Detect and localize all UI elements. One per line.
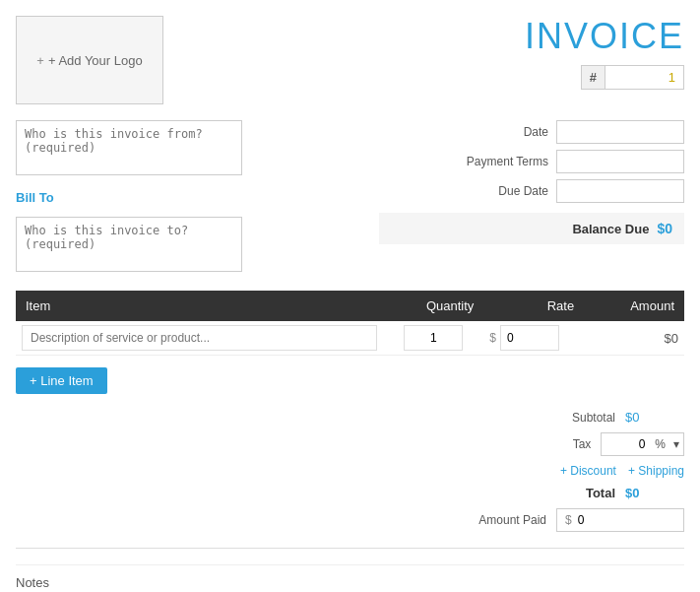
amount-paid-dollar-sign: $ [565,513,572,527]
from-input[interactable] [16,120,242,175]
discount-button[interactable]: + Discount [560,464,616,478]
total-value: $0 [625,486,684,500]
bill-to-label: Bill To [16,190,343,205]
tax-input-wrap[interactable]: % ▾ [601,432,684,456]
amount-paid-input[interactable] [578,513,657,527]
col-rate: Rate [483,291,584,321]
amount-paid-label: Amount Paid [458,513,546,527]
tax-label: Tax [502,437,591,451]
shipping-button[interactable]: + Shipping [628,464,684,478]
invoice-number-input[interactable] [605,65,684,90]
tax-percent-label: % [651,437,669,451]
subtotal-label: Subtotal [527,411,615,425]
balance-due-value: $0 [657,221,672,236]
items-table: Item Quantity Rate Amount $ $0 [16,291,684,356]
logo-upload-box[interactable]: + + Add Your Logo [16,16,163,104]
notes-label: Notes [16,575,49,590]
date-label: Date [450,125,548,139]
col-amount: Amount [584,291,684,321]
due-date-input[interactable] [556,179,684,203]
rate-dollar-sign: $ [489,331,496,345]
item-description-input[interactable] [22,325,377,351]
notes-section: Notes [16,564,684,590]
balance-due-row: Balance Due $0 [379,213,684,244]
table-row: $ $0 [16,321,684,356]
rate-input[interactable] [500,325,559,351]
invoice-title: INVOICE [525,16,684,57]
col-quantity: Quantity [383,291,483,321]
row-amount: $0 [665,331,678,346]
payment-terms-label: Payment Terms [450,155,548,168]
balance-due-label: Balance Due [572,222,649,236]
logo-label: + Add Your Logo [48,53,143,68]
hash-symbol: # [581,65,605,90]
tax-value-input[interactable] [602,433,651,455]
subtotal-value: $0 [625,410,684,425]
discount-shipping-row: + Discount + Shipping [560,464,684,478]
plus-icon: + [36,53,44,68]
total-label: Total [527,486,615,500]
tax-dropdown-icon[interactable]: ▾ [669,437,683,451]
amount-paid-wrap[interactable]: $ [556,508,684,532]
quantity-input[interactable] [404,325,463,351]
payment-terms-input[interactable] [556,150,684,173]
col-item: Item [16,291,383,321]
due-date-label: Due Date [450,184,548,198]
to-input[interactable] [16,217,242,272]
section-divider [16,548,684,549]
date-input[interactable] [556,120,684,144]
totals-section: Subtotal $0 Tax % ▾ + Discount + Shippin… [16,410,684,532]
add-line-item-button[interactable]: + Line Item [16,367,107,394]
